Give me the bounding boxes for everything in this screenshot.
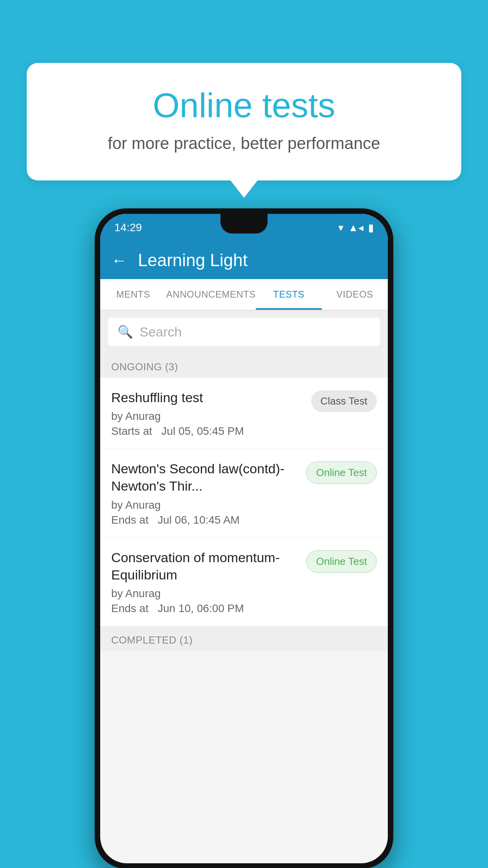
test-by-3: by Anurag [111, 587, 300, 600]
test-by-2: by Anurag [111, 499, 300, 511]
test-by-1: by Anurag [111, 410, 305, 423]
tab-videos[interactable]: VIDEOS [322, 279, 388, 310]
test-badge-2: Online Test [306, 462, 377, 484]
tab-ments-label: MENTS [116, 289, 150, 300]
test-item-2[interactable]: Newton's Second law(contd)-Newton's Thir… [100, 449, 388, 537]
test-item-3[interactable]: Conservation of momentum-Equilibrium by … [100, 538, 388, 626]
tab-announcements[interactable]: ANNOUNCEMENTS [166, 279, 256, 310]
completed-section-header: COMPLETED (1) [100, 626, 388, 651]
test-name-3: Conservation of momentum-Equilibrium [111, 549, 300, 583]
tab-announcements-label: ANNOUNCEMENTS [166, 289, 256, 300]
test-time-label-3: Ends at [111, 602, 149, 614]
test-name-1: Reshuffling test [111, 389, 305, 406]
search-input[interactable]: Search [139, 324, 182, 340]
test-time-value-1: Jul 05, 05:45 PM [161, 425, 244, 437]
bubble-subtitle: for more practice, better performance [58, 134, 430, 153]
test-time-label-1: Starts at [111, 425, 152, 437]
bubble-title: Online tests [58, 86, 430, 125]
phone-frame: 14:29 ▾ ▲◂ ▮ ← Learning Light MENTS ANNO… [95, 208, 393, 868]
speech-bubble: Online tests for more practice, better p… [27, 63, 461, 180]
tab-videos-label: VIDEOS [336, 289, 373, 300]
test-list: Reshuffling test by Anurag Starts at Jul… [100, 378, 388, 626]
test-name-2: Newton's Second law(contd)-Newton's Thir… [111, 460, 300, 495]
signal-icon: ▲◂ [348, 222, 363, 234]
battery-icon: ▮ [368, 222, 374, 234]
phone-wrapper: 14:29 ▾ ▲◂ ▮ ← Learning Light MENTS ANNO… [95, 208, 393, 868]
test-time-2: Ends at Jul 06, 10:45 AM [111, 514, 300, 526]
tab-tests[interactable]: TESTS [256, 279, 322, 310]
tabs-bar: MENTS ANNOUNCEMENTS TESTS VIDEOS [100, 279, 388, 311]
tab-ments[interactable]: MENTS [100, 279, 166, 310]
tab-tests-label: TESTS [273, 289, 305, 300]
status-icons: ▾ ▲◂ ▮ [338, 222, 374, 234]
ongoing-section-header: ONGOING (3) [100, 353, 388, 378]
phone-notch [220, 214, 268, 234]
search-container: 🔍 Search [100, 311, 388, 353]
test-time-label-2: Ends at [111, 514, 149, 526]
test-time-value-3: Jun 10, 06:00 PM [158, 602, 244, 614]
app-bar: ← Learning Light [100, 241, 388, 279]
status-time: 14:29 [114, 221, 142, 234]
test-item-1[interactable]: Reshuffling test by Anurag Starts at Jul… [100, 378, 388, 449]
test-time-1: Starts at Jul 05, 05:45 PM [111, 425, 305, 438]
app-title: Learning Light [138, 250, 248, 270]
search-icon: 🔍 [117, 324, 133, 339]
speech-bubble-section: Online tests for more practice, better p… [27, 63, 461, 180]
test-time-value-2: Jul 06, 10:45 AM [158, 514, 240, 526]
test-info-2: Newton's Second law(contd)-Newton's Thir… [111, 460, 300, 526]
wifi-icon: ▾ [338, 222, 343, 234]
phone-screen: 14:29 ▾ ▲◂ ▮ ← Learning Light MENTS ANNO… [100, 214, 388, 863]
test-badge-3: Online Test [306, 550, 377, 573]
search-box[interactable]: 🔍 Search [108, 318, 380, 346]
test-info-3: Conservation of momentum-Equilibrium by … [111, 549, 300, 615]
test-time-3: Ends at Jun 10, 06:00 PM [111, 602, 300, 615]
test-info-1: Reshuffling test by Anurag Starts at Jul… [111, 389, 305, 438]
back-button[interactable]: ← [111, 252, 127, 269]
test-badge-1: Class Test [311, 390, 377, 412]
